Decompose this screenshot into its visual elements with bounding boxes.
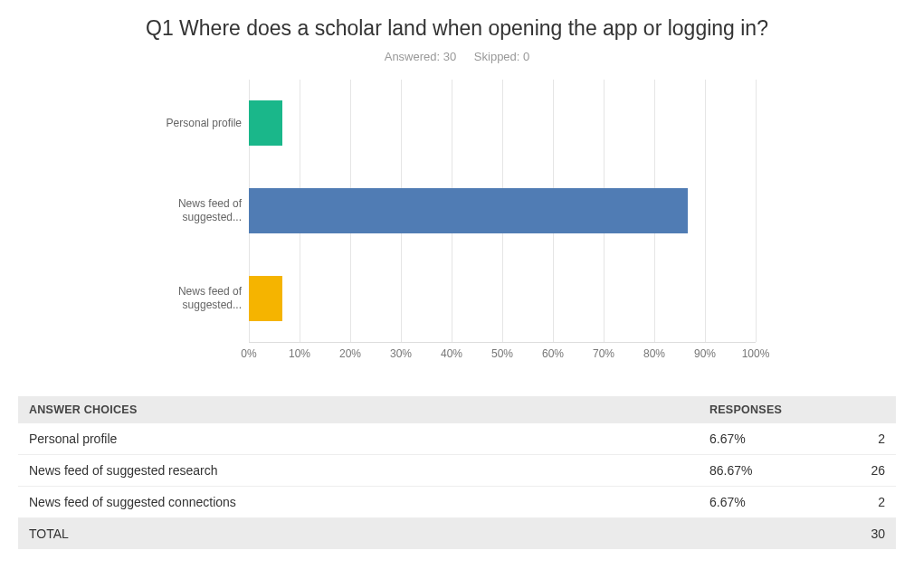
answer-label: News feed of suggested research <box>18 455 699 487</box>
skipped-count: Skipped: 0 <box>474 50 529 63</box>
answer-count: 26 <box>811 455 896 487</box>
bar <box>249 276 282 321</box>
y-tick-label: News feed of suggested... <box>158 285 242 312</box>
total-label: TOTAL <box>18 518 699 550</box>
gridline <box>756 80 757 342</box>
y-tick-label: Personal profile <box>158 117 242 130</box>
bar-chart: 0%10%20%30%40%50%60%70%80%90%100%Persona… <box>158 80 756 369</box>
x-tick-label: 80% <box>643 347 665 360</box>
answer-label: Personal profile <box>18 423 699 455</box>
total-count: 30 <box>811 518 896 550</box>
bar <box>249 100 282 146</box>
table-total-row: TOTAL30 <box>18 518 896 550</box>
x-tick-label: 70% <box>593 347 614 360</box>
answer-pct: 6.67% <box>699 423 811 455</box>
table-row: News feed of suggested connections6.67%2 <box>18 487 896 518</box>
answer-pct: 86.67% <box>699 455 811 487</box>
y-tick-label: News feed of suggested... <box>158 197 242 224</box>
gridline <box>705 80 706 342</box>
table-row: Personal profile6.67%2 <box>18 423 896 455</box>
x-tick-label: 0% <box>241 347 256 360</box>
x-tick-label: 20% <box>339 347 361 360</box>
x-tick-label: 60% <box>542 347 564 360</box>
col-answer-choices: ANSWER CHOICES <box>18 396 699 423</box>
x-tick-label: 30% <box>390 347 412 360</box>
answer-pct: 6.67% <box>699 487 811 518</box>
table-row: News feed of suggested research86.67%26 <box>18 455 896 487</box>
response-meta: Answered: 30 Skipped: 0 <box>18 50 896 63</box>
x-tick-label: 90% <box>694 347 716 360</box>
x-tick-label: 50% <box>491 347 513 360</box>
x-tick-label: 40% <box>441 347 462 360</box>
answered-count: Answered: 30 <box>385 50 457 63</box>
answer-count: 2 <box>811 423 896 455</box>
col-responses: RESPONSES <box>699 396 896 423</box>
x-tick-label: 10% <box>289 347 310 360</box>
bar <box>249 188 688 233</box>
x-tick-label: 100% <box>742 347 770 360</box>
question-title: Q1 Where does a scholar land when openin… <box>18 16 896 41</box>
answer-label: News feed of suggested connections <box>18 487 699 518</box>
answer-count: 2 <box>811 487 896 518</box>
results-table: ANSWER CHOICES RESPONSES Personal profil… <box>18 396 896 549</box>
